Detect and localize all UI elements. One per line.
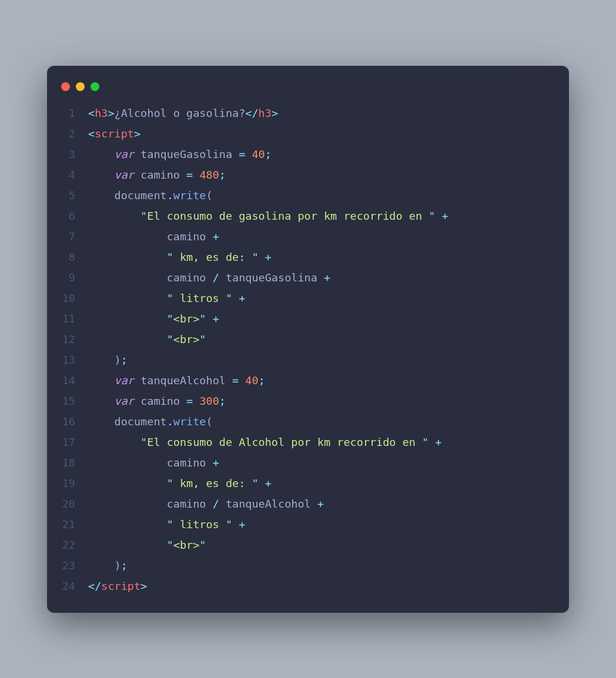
code-line: 10 " litros " + — [47, 288, 553, 308]
token-text — [193, 169, 199, 181]
token-text — [259, 477, 265, 489]
token-text — [88, 415, 115, 428]
token-text — [88, 498, 167, 510]
token-text — [193, 395, 199, 407]
token-kw: var — [115, 148, 134, 160]
token-del: " — [167, 518, 173, 531]
token-text — [134, 169, 140, 181]
code-line: 14 var tanqueAlcohol = 40; — [47, 370, 553, 391]
token-paren: ( — [206, 415, 213, 428]
line-number: 13 — [47, 350, 88, 370]
line-content: camino / tanqueAlcohol + — [88, 494, 553, 514]
line-content: camino + — [88, 452, 553, 473]
token-text — [134, 374, 140, 387]
token-paren: ) — [115, 354, 121, 366]
token-num: 300 — [199, 395, 219, 407]
token-op: + — [265, 477, 272, 489]
token-del: " — [167, 477, 173, 489]
line-number: 20 — [47, 494, 88, 514]
token-text — [88, 354, 115, 366]
token-kw: var — [115, 395, 134, 407]
token-punct: </ — [245, 107, 258, 119]
line-number: 17 — [47, 432, 88, 452]
token-ident: tanqueGasolina — [140, 148, 232, 160]
token-str: <br> — [173, 313, 200, 325]
token-op: + — [324, 271, 330, 284]
code-editor[interactable]: 1<h3>¿Alcohol o gasolina?</h3>2<script>3… — [47, 103, 569, 596]
token-del: " — [167, 539, 173, 551]
token-op: = — [239, 148, 245, 160]
token-punct: > — [272, 107, 278, 119]
token-text — [88, 539, 167, 551]
token-ident: camino — [167, 498, 206, 510]
token-text — [88, 169, 115, 181]
token-del: " — [167, 292, 173, 304]
zoom-icon[interactable] — [91, 82, 99, 91]
token-text — [219, 271, 226, 284]
token-op: + — [239, 518, 245, 531]
line-content: "El consumo de gasolina por km recorrido… — [88, 206, 553, 226]
token-num: 480 — [199, 169, 219, 181]
code-line: 11 "<br>" + — [47, 308, 553, 329]
line-content: <h3>¿Alcohol o gasolina?</h3> — [88, 103, 553, 123]
token-str: <br> — [173, 333, 200, 345]
token-text: ¿Alcohol o gasolina? — [115, 107, 246, 119]
token-str: El consumo de gasolina por km recorrido … — [147, 210, 428, 222]
token-text — [88, 559, 115, 572]
token-str: El consumo de Alcohol por km recorrido e… — [147, 436, 422, 448]
token-text — [88, 210, 140, 222]
token-del: " — [226, 292, 232, 304]
minimize-icon[interactable] — [76, 82, 85, 91]
token-op: + — [213, 313, 219, 325]
line-number: 19 — [47, 473, 88, 494]
code-line: 7 camino + — [47, 226, 553, 247]
code-line: 3 var tanqueGasolina = 40; — [47, 144, 553, 165]
token-text — [88, 189, 115, 202]
line-content: </script> — [88, 576, 553, 596]
line-number: 24 — [47, 576, 88, 596]
token-tag: script — [101, 580, 140, 592]
token-text — [317, 271, 324, 284]
token-text — [206, 498, 212, 510]
token-paren: ) — [115, 559, 121, 572]
code-line: 15 var camino = 300; — [47, 391, 553, 411]
token-text — [88, 230, 167, 243]
line-number: 3 — [47, 144, 88, 165]
token-ident: tanqueAlcohol — [226, 498, 311, 510]
token-del: " — [226, 518, 232, 531]
token-del: " — [252, 251, 258, 263]
line-number: 6 — [47, 206, 88, 226]
line-content: var camino = 480; — [88, 165, 553, 185]
token-del: " — [140, 436, 147, 448]
line-content: var tanqueAlcohol = 40; — [88, 370, 553, 391]
token-text — [226, 374, 232, 387]
token-text — [206, 271, 212, 284]
token-text — [88, 251, 167, 263]
line-content: " litros " + — [88, 288, 553, 308]
token-op: + — [213, 457, 219, 469]
token-text — [259, 251, 265, 263]
line-content: document.write( — [88, 185, 553, 206]
token-text — [88, 395, 115, 407]
line-content: " litros " + — [88, 514, 553, 535]
token-str: litros — [173, 518, 226, 531]
token-del: . — [167, 415, 173, 428]
token-punct: < — [88, 127, 95, 140]
token-str: km, es de: — [173, 477, 252, 489]
token-method: write — [173, 415, 206, 428]
token-del: " — [167, 313, 173, 325]
token-text — [206, 457, 212, 469]
token-obj: document — [115, 189, 167, 202]
token-del: ; — [259, 374, 265, 387]
line-content: "<br>" — [88, 535, 553, 555]
line-content: document.write( — [88, 411, 553, 432]
token-del: ; — [219, 395, 226, 407]
token-text — [428, 436, 435, 448]
line-number: 9 — [47, 267, 88, 288]
line-content: " km, es de: " + — [88, 473, 553, 494]
close-icon[interactable] — [61, 82, 70, 91]
token-del: " — [199, 539, 206, 551]
token-tag: script — [95, 127, 134, 140]
token-op: = — [186, 395, 193, 407]
token-del: " — [422, 436, 428, 448]
